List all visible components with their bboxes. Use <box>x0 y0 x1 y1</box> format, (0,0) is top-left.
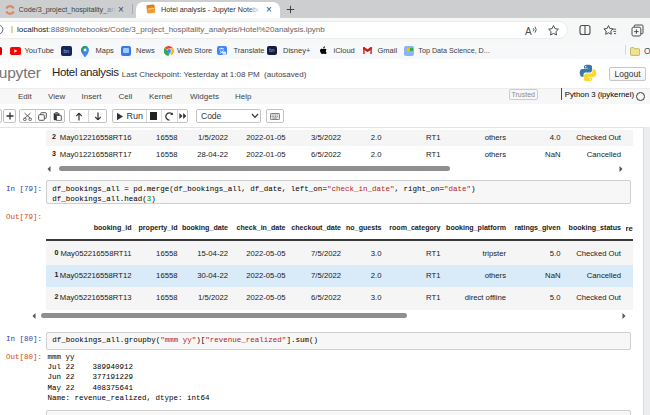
svg-text:A: A <box>525 25 532 36</box>
